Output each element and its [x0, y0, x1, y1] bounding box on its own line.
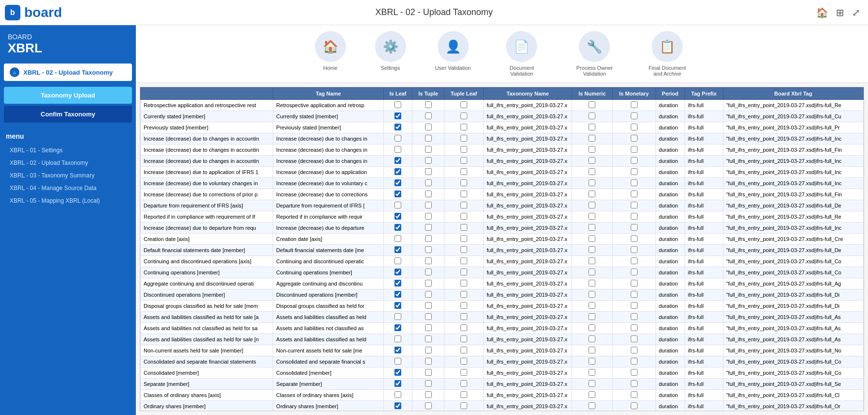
cell-istuple-24[interactable]	[412, 367, 444, 379]
cell-isleaf-21[interactable]	[384, 334, 412, 345]
checkbox-tupleleaf-6[interactable]	[460, 168, 467, 175]
cell-isnumeric-0[interactable]	[572, 100, 612, 111]
checkbox-tupleleaf-5[interactable]	[460, 157, 467, 164]
checkbox-isnumeric-24[interactable]	[589, 369, 595, 376]
checkbox-tupleleaf-13[interactable]	[460, 246, 467, 253]
cell-isleaf-20[interactable]	[384, 323, 412, 334]
cell-ismonetary-11[interactable]	[612, 223, 655, 234]
cell-istuple-25[interactable]	[412, 379, 444, 390]
checkbox-istuple-20[interactable]	[425, 324, 432, 331]
cell-isnumeric-5[interactable]	[572, 156, 612, 167]
checkbox-ismonetary-21[interactable]	[631, 335, 638, 342]
cell-istuple-12[interactable]	[412, 234, 444, 245]
cell-isleaf-16[interactable]	[384, 278, 412, 289]
home-header-icon[interactable]: 🏠	[816, 7, 828, 18]
checkbox-istuple-17[interactable]	[425, 291, 432, 298]
cell-ismonetary-1[interactable]	[612, 111, 655, 122]
cell-isleaf-24[interactable]	[384, 367, 412, 379]
checkbox-ismonetary-8[interactable]	[631, 191, 638, 197]
cell-isnumeric-27[interactable]	[572, 401, 612, 412]
checkbox-istuple-0[interactable]	[425, 101, 432, 108]
cell-isleaf-27[interactable]	[384, 401, 412, 412]
cell-ismonetary-17[interactable]	[612, 289, 655, 301]
checkbox-istuple-2[interactable]	[425, 124, 432, 130]
nav-process-owner[interactable]: 🔧 Process Owner Validation	[573, 31, 616, 77]
cell-istuple-21[interactable]	[412, 334, 444, 345]
checkbox-isnumeric-2[interactable]	[589, 124, 595, 130]
layout-header-icon[interactable]: ⊞	[836, 7, 844, 18]
checkbox-tupleleaf-25[interactable]	[460, 380, 467, 387]
cell-isnumeric-6[interactable]	[572, 167, 612, 178]
checkbox-isnumeric-23[interactable]	[589, 358, 595, 365]
checkbox-isnumeric-26[interactable]	[589, 391, 595, 398]
cell-istuple-17[interactable]	[412, 289, 444, 301]
cell-isnumeric-23[interactable]	[572, 356, 612, 367]
checkbox-isleaf-10[interactable]	[394, 213, 401, 220]
cell-ismonetary-22[interactable]	[612, 345, 655, 356]
cell-istuple-18[interactable]	[412, 301, 444, 312]
cell-isleaf-25[interactable]	[384, 379, 412, 390]
cell-ismonetary-23[interactable]	[612, 356, 655, 367]
cell-isnumeric-2[interactable]	[572, 122, 612, 133]
cell-ismonetary-24[interactable]	[612, 367, 655, 379]
cell-isnumeric-24[interactable]	[572, 367, 612, 379]
checkbox-tupleleaf-4[interactable]	[460, 146, 467, 153]
cell-tupleleaf-11[interactable]	[444, 223, 483, 234]
checkbox-istuple-16[interactable]	[425, 280, 432, 287]
cell-istuple-8[interactable]	[412, 189, 444, 200]
checkbox-tupleleaf-21[interactable]	[460, 335, 467, 342]
cell-tupleleaf-5[interactable]	[444, 156, 483, 167]
cell-isnumeric-20[interactable]	[572, 323, 612, 334]
checkbox-ismonetary-11[interactable]	[631, 224, 638, 231]
cell-tupleleaf-14[interactable]	[444, 256, 483, 267]
cell-isnumeric-9[interactable]	[572, 200, 612, 211]
cell-isnumeric-13[interactable]	[572, 245, 612, 256]
checkbox-ismonetary-13[interactable]	[631, 246, 638, 253]
cell-tupleleaf-16[interactable]	[444, 278, 483, 289]
checkbox-ismonetary-16[interactable]	[631, 280, 638, 287]
checkbox-isleaf-1[interactable]	[394, 112, 401, 119]
cell-tupleleaf-20[interactable]	[444, 323, 483, 334]
checkbox-isnumeric-25[interactable]	[589, 380, 595, 387]
sidebar-item-manage-source[interactable]: XBRL - 04 - Manage Source Data	[6, 182, 130, 194]
checkbox-isnumeric-7[interactable]	[589, 179, 595, 186]
cell-istuple-7[interactable]	[412, 178, 444, 189]
cell-ismonetary-3[interactable]	[612, 133, 655, 144]
cell-tupleleaf-0[interactable]	[444, 100, 483, 111]
cell-isnumeric-26[interactable]	[572, 390, 612, 401]
cell-istuple-14[interactable]	[412, 256, 444, 267]
cell-isleaf-6[interactable]	[384, 167, 412, 178]
checkbox-isnumeric-5[interactable]	[589, 157, 595, 164]
checkbox-isleaf-18[interactable]	[394, 302, 401, 309]
checkbox-tupleleaf-18[interactable]	[460, 302, 467, 309]
checkbox-isnumeric-14[interactable]	[589, 257, 595, 264]
checkbox-isleaf-12[interactable]	[394, 235, 401, 242]
checkbox-istuple-14[interactable]	[425, 257, 432, 264]
checkbox-istuple-6[interactable]	[425, 168, 432, 175]
checkbox-istuple-3[interactable]	[425, 135, 432, 142]
checkbox-istuple-8[interactable]	[425, 191, 432, 197]
cell-isnumeric-4[interactable]	[572, 144, 612, 156]
cell-ismonetary-21[interactable]	[612, 334, 655, 345]
cell-istuple-11[interactable]	[412, 223, 444, 234]
checkbox-ismonetary-19[interactable]	[631, 313, 638, 320]
checkbox-ismonetary-15[interactable]	[631, 269, 638, 275]
checkbox-tupleleaf-1[interactable]	[460, 112, 467, 119]
checkbox-ismonetary-23[interactable]	[631, 358, 638, 365]
cell-istuple-20[interactable]	[412, 323, 444, 334]
cell-istuple-5[interactable]	[412, 156, 444, 167]
cell-istuple-0[interactable]	[412, 100, 444, 111]
cell-ismonetary-8[interactable]	[612, 189, 655, 200]
cell-isnumeric-25[interactable]	[572, 379, 612, 390]
checkbox-ismonetary-27[interactable]	[631, 402, 638, 409]
checkbox-istuple-7[interactable]	[425, 179, 432, 186]
cell-isleaf-19[interactable]	[384, 312, 412, 323]
checkbox-isnumeric-20[interactable]	[589, 324, 595, 331]
checkbox-ismonetary-6[interactable]	[631, 168, 638, 175]
cell-istuple-10[interactable]	[412, 211, 444, 223]
cell-ismonetary-15[interactable]	[612, 267, 655, 278]
checkbox-tupleleaf-27[interactable]	[460, 402, 467, 409]
cell-ismonetary-2[interactable]	[612, 122, 655, 133]
checkbox-istuple-4[interactable]	[425, 146, 432, 153]
cell-isnumeric-19[interactable]	[572, 312, 612, 323]
